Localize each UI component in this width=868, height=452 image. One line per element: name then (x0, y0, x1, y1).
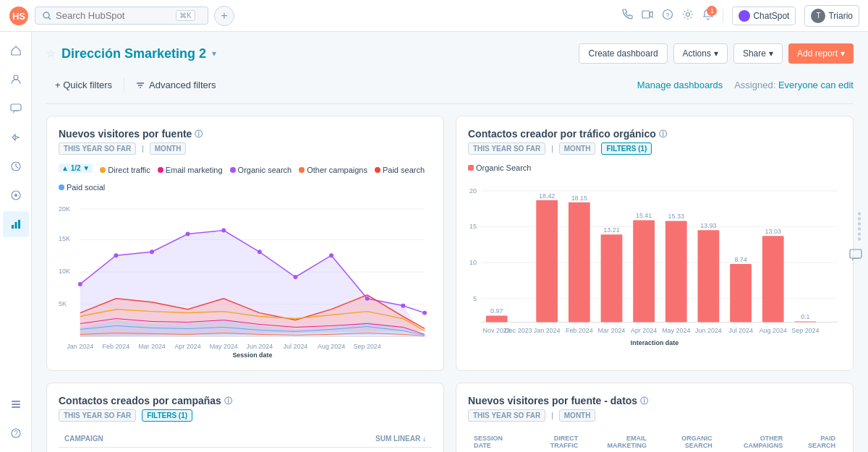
sidebar-item-lists[interactable] (3, 391, 29, 417)
actions-button[interactable]: Actions ▾ (673, 43, 728, 64)
add-report-dropdown-icon: ▾ (841, 48, 845, 59)
svg-rect-85 (795, 321, 817, 322)
favorite-star[interactable]: ☆ (46, 48, 56, 59)
assigned-value[interactable]: Everyone can edit (778, 80, 854, 90)
sidebar-item-reports[interactable] (3, 211, 29, 237)
phone-icon[interactable] (621, 9, 633, 23)
col-session-date: SESSION DATE (468, 430, 524, 452)
svg-text:13.21: 13.21 (603, 226, 619, 234)
video-icon[interactable] (642, 9, 653, 23)
chart1-legend: ▲ 1/2 ▼ Direct traffic Email marketing O… (59, 163, 432, 192)
svg-text:13.03: 13.03 (765, 228, 781, 235)
svg-rect-81 (730, 264, 752, 322)
chart2-title: Contactos creador por tráfico orgánico ⓘ (468, 128, 841, 140)
sidebar-item-marketing[interactable] (3, 124, 29, 150)
advanced-filters-button[interactable]: Advanced filters (127, 75, 225, 95)
manage-dashboards-link[interactable]: Manage dashboards (637, 80, 723, 90)
table-row: Blog inbound 2023 ↗ 18.43 (59, 448, 432, 453)
sidebar-item-sales[interactable] (3, 153, 29, 179)
card4-tag1: THIS YEAR SO FAR (468, 409, 545, 422)
legend-email-marketing: Email marketing (158, 163, 223, 176)
add-report-button[interactable]: Add report ▾ (788, 43, 854, 64)
card4-tag2: MONTH (559, 409, 596, 422)
svg-text:Mar 2024: Mar 2024 (598, 327, 626, 334)
chart2-tag1: THIS YEAR SO FAR (468, 142, 545, 155)
help-icon[interactable]: ? (662, 9, 673, 23)
search-input[interactable] (56, 10, 171, 21)
sidebar-item-conversations[interactable] (3, 95, 29, 121)
main-content: ☆ Dirección Smarketing 2 ▾ Create dashbo… (32, 32, 868, 452)
dashboard-dropdown-icon[interactable]: ▾ (212, 48, 216, 59)
actions-dropdown-icon: ▾ (714, 48, 718, 59)
col-campaign: CAMPAIGN (59, 430, 284, 448)
chart-contactos-organico: Contactos creador por tráfico orgánico ⓘ… (456, 116, 854, 371)
right-edge-dots (858, 212, 861, 240)
settings-icon[interactable] (682, 9, 694, 23)
svg-rect-13 (14, 222, 17, 229)
add-tab-button[interactable]: + (214, 6, 234, 26)
search-icon (43, 12, 51, 20)
svg-text:20: 20 (469, 187, 477, 195)
chart2-subtitle: THIS YEAR SO FAR | MONTH FILTERS (1) (468, 142, 841, 155)
svg-text:Jan 2024: Jan 2024 (534, 327, 561, 334)
svg-rect-17 (12, 406, 20, 408)
sidebar-item-service[interactable] (3, 182, 29, 208)
svg-text:5K: 5K (59, 300, 67, 307)
legend-direct-traffic: Direct traffic (100, 163, 150, 176)
svg-text:5: 5 (473, 295, 477, 302)
svg-point-40 (221, 229, 226, 233)
search-bar[interactable]: ⌘K (35, 7, 208, 25)
create-dashboard-button[interactable]: Create dashboard (579, 43, 667, 64)
card-nuevos-visitores-datos: Nuevos visitores por fuente - datos ⓘ TH… (456, 383, 854, 452)
chart1-tag1: THIS YEAR SO FAR (59, 142, 136, 155)
svg-text:Jan 2024: Jan 2024 (67, 343, 93, 350)
svg-point-43 (329, 253, 333, 257)
sort-icon[interactable]: ↓ (422, 435, 426, 443)
col-direct-traffic: DIRECT TRAFFIC (524, 430, 584, 452)
card-contactos-campanas: Contactos creados por campañas ⓘ THIS YE… (46, 383, 444, 452)
svg-line-3 (48, 17, 51, 20)
chart2-legend: Organic Search (468, 163, 841, 172)
chart2-info-icon[interactable]: ⓘ (659, 129, 667, 140)
svg-rect-14 (18, 220, 20, 229)
filter-icon (136, 81, 145, 90)
share-button[interactable]: Share ▾ (733, 43, 783, 64)
quick-filters-button[interactable]: + Quick filters (46, 75, 121, 95)
svg-rect-99 (850, 250, 861, 258)
svg-text:?: ? (666, 12, 670, 19)
right-chat-icon[interactable] (849, 249, 862, 265)
svg-rect-9 (11, 104, 21, 111)
advanced-filters-label: Advanced filters (149, 80, 216, 90)
svg-text:Feb 2024: Feb 2024 (103, 343, 130, 350)
svg-point-38 (150, 250, 154, 254)
svg-rect-79 (698, 230, 720, 322)
chart1-info-icon[interactable]: ⓘ (195, 129, 203, 140)
card4-info-icon[interactable]: ⓘ (640, 396, 648, 406)
svg-text:Aug 2024: Aug 2024 (760, 327, 787, 334)
svg-rect-71 (569, 202, 590, 323)
svg-text:18.15: 18.15 (571, 195, 587, 202)
svg-text:0.97: 0.97 (490, 307, 503, 315)
svg-point-2 (43, 12, 49, 18)
svg-rect-83 (762, 236, 784, 322)
svg-text:10K: 10K (59, 268, 70, 275)
bar-chart-svg: 20 15 10 5 Sum Linear 0.97 18.42 (468, 178, 841, 351)
hubspot-logo: HS (9, 6, 29, 26)
notifications-icon[interactable]: 1 (702, 9, 714, 23)
user-menu-button[interactable]: T Triario (804, 5, 859, 27)
notification-badge: 1 (707, 6, 717, 16)
filter-separator (124, 78, 124, 93)
chart1-nav[interactable]: ▲ 1/2 ▼ (59, 163, 93, 173)
svg-text:Interaction date: Interaction date (631, 339, 678, 346)
search-kbd: ⌘K (176, 10, 195, 21)
card3-info-icon[interactable]: ⓘ (224, 396, 232, 406)
sidebar-item-contacts[interactable] (3, 67, 29, 93)
svg-text:0.1: 0.1 (801, 313, 809, 320)
svg-rect-12 (12, 225, 14, 229)
chart1-subtitle: THIS YEAR SO FAR | MONTH (59, 142, 432, 155)
nav-icons: ? 1 ChatSpot T Triario (621, 5, 859, 27)
sidebar-item-help[interactable]: ? (3, 420, 29, 446)
svg-text:May 2024: May 2024 (210, 343, 238, 350)
sidebar-item-home[interactable] (3, 38, 29, 64)
chatspot-button[interactable]: ChatSpot (732, 7, 796, 25)
